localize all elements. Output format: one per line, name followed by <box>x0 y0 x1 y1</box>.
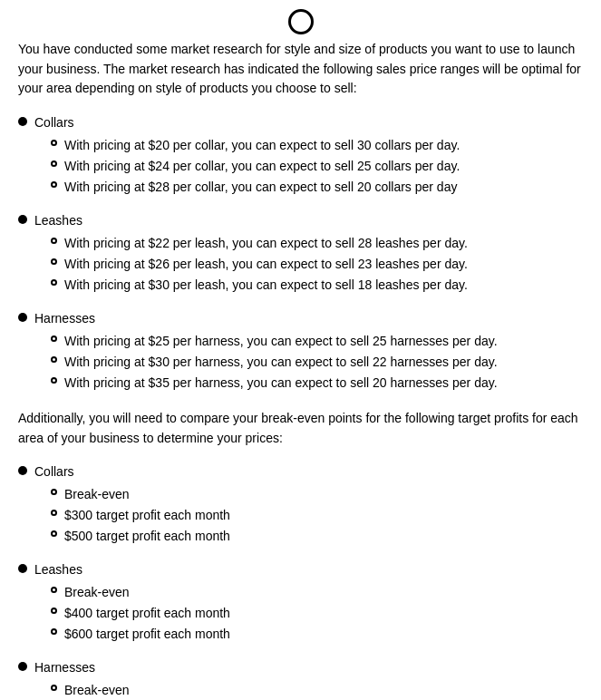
inner-list: Break-even$300 target profit each month$… <box>51 485 230 546</box>
list-item-text: With pricing at $20 per collar, you can … <box>64 136 460 155</box>
list-item-text: $400 target profit each month <box>64 604 230 623</box>
small-dot-icon <box>51 335 57 342</box>
small-dot-icon <box>51 181 57 188</box>
small-dot-icon <box>51 628 57 635</box>
small-dot-icon <box>51 238 57 244</box>
big-dot-icon <box>18 313 27 322</box>
small-dot-icon <box>51 377 57 384</box>
list-item: With pricing at $35 per harness, you can… <box>51 374 498 393</box>
list-item-text: Break-even <box>64 681 130 700</box>
list-item-text: With pricing at $30 per harness, you can… <box>64 353 498 372</box>
list-item-text: $500 target profit each month <box>64 527 230 546</box>
inner-list: Break-even$500 target profit each month$… <box>51 681 230 700</box>
breakeven-category-item: HarnessesBreak-even$500 target profit ea… <box>18 658 583 700</box>
small-dot-icon <box>51 140 57 146</box>
category-label: Harnesses <box>34 660 95 675</box>
small-dot-icon <box>51 160 57 167</box>
breakeven-category-item: LeashesBreak-even$400 target profit each… <box>18 560 583 646</box>
list-item: $600 target profit each month <box>51 625 230 644</box>
list-item-text: With pricing at $24 per collar, you can … <box>64 157 460 176</box>
small-dot-icon <box>51 587 57 593</box>
list-item: $500 target profit each month <box>51 527 230 546</box>
big-dot-icon <box>18 662 27 671</box>
inner-list: With pricing at $22 per leash, you can e… <box>51 234 468 295</box>
intro-paragraph: You have conducted some market research … <box>18 40 583 99</box>
small-dot-icon <box>51 489 57 495</box>
list-item: $300 target profit each month <box>51 506 230 525</box>
breakeven-outer-list: CollarsBreak-even$300 target profit each… <box>18 462 583 700</box>
small-dot-icon <box>51 356 57 363</box>
big-dot-icon <box>18 215 27 224</box>
list-item-text: With pricing at $25 per harness, you can… <box>64 332 498 351</box>
sales-category-item: HarnessesWith pricing at $25 per harness… <box>18 309 583 394</box>
list-item-text: $300 target profit each month <box>64 506 230 525</box>
list-item: With pricing at $20 per collar, you can … <box>51 136 460 155</box>
sales-category-item: LeashesWith pricing at $22 per leash, yo… <box>18 211 583 297</box>
list-item: Break-even <box>51 681 230 700</box>
category-label: Collars <box>34 115 74 130</box>
list-item: With pricing at $28 per collar, you can … <box>51 178 460 197</box>
big-dot-icon <box>18 466 27 475</box>
list-item-text: With pricing at $30 per leash, you can e… <box>64 276 468 295</box>
big-dot-icon <box>18 564 27 573</box>
list-item: With pricing at $22 per leash, you can e… <box>51 234 468 253</box>
inner-list: With pricing at $20 per collar, you can … <box>51 136 460 197</box>
inner-list: With pricing at $25 per harness, you can… <box>51 332 498 393</box>
breakeven-category-item: CollarsBreak-even$300 target profit each… <box>18 462 583 548</box>
category-label: Leashes <box>34 213 82 228</box>
category-label: Collars <box>34 464 74 479</box>
list-item: With pricing at $26 per leash, you can e… <box>51 255 468 274</box>
list-item-text: With pricing at $26 per leash, you can e… <box>64 255 468 274</box>
sales-outer-list: CollarsWith pricing at $20 per collar, y… <box>18 113 583 394</box>
list-item-text: Break-even <box>64 485 130 504</box>
list-item: Break-even <box>51 583 230 602</box>
category-label: Leashes <box>34 562 82 577</box>
list-item: With pricing at $25 per harness, you can… <box>51 332 498 351</box>
list-item: With pricing at $30 per harness, you can… <box>51 353 498 372</box>
inner-list: Break-even$400 target profit each month$… <box>51 583 230 644</box>
list-item-text: $600 target profit each month <box>64 625 230 644</box>
top-icon-container <box>18 9 583 34</box>
list-item: Break-even <box>51 485 230 504</box>
list-item: With pricing at $30 per leash, you can e… <box>51 276 468 295</box>
list-item: With pricing at $24 per collar, you can … <box>51 157 460 176</box>
small-dot-icon <box>51 510 57 516</box>
small-dot-icon <box>51 608 57 614</box>
list-item-text: With pricing at $28 per collar, you can … <box>64 178 457 197</box>
sales-category-item: CollarsWith pricing at $20 per collar, y… <box>18 113 583 199</box>
list-item-text: With pricing at $35 per harness, you can… <box>64 374 498 393</box>
list-item-text: With pricing at $22 per leash, you can e… <box>64 234 468 253</box>
category-label: Harnesses <box>34 311 95 326</box>
big-dot-icon <box>18 117 27 126</box>
small-dot-icon <box>51 530 57 537</box>
small-dot-icon <box>51 279 57 286</box>
small-dot-icon <box>51 258 57 265</box>
circle-icon <box>288 9 314 34</box>
small-dot-icon <box>51 685 57 691</box>
additionally-paragraph: Additionally, you will need to compare y… <box>18 409 583 448</box>
list-item-text: Break-even <box>64 583 130 602</box>
list-item: $400 target profit each month <box>51 604 230 623</box>
